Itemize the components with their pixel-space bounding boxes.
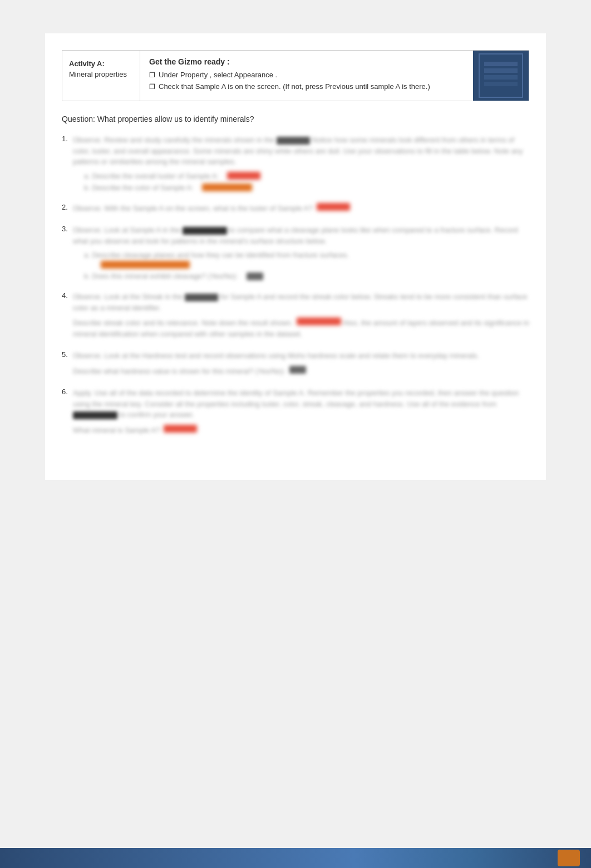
q5-num: 5. bbox=[62, 350, 68, 359]
gizmo-thumbnail-svg bbox=[481, 56, 520, 95]
q6-text: Apply. Use all of the data recorded to d… bbox=[73, 388, 529, 420]
q5-text: Observe. Look at the Hardness test and r… bbox=[73, 350, 529, 361]
activity-content: Get the Gizmo ready : Under Property , s… bbox=[140, 51, 473, 101]
q1-num: 1. bbox=[62, 135, 68, 143]
q6-extra: What mineral is Sample A? bbox=[73, 425, 529, 436]
q3-sub-a-answer bbox=[84, 260, 529, 269]
q4-extra: Describe streak color and its relevance.… bbox=[73, 318, 529, 339]
question-3: 3. Observe. Look at Sample A in the to c… bbox=[62, 225, 529, 280]
svg-rect-1 bbox=[484, 62, 518, 66]
q3-text: Observe. Look at Sample A in the to comp… bbox=[73, 225, 529, 246]
q4-extra-line: Describe streak color and its relevance.… bbox=[73, 318, 529, 339]
question-1: 1. Observe. Review and study carefully t… bbox=[62, 135, 529, 192]
question-2: 2. Observe. With the Sample A on the scr… bbox=[62, 203, 529, 214]
activity-title: Activity A: bbox=[69, 59, 133, 68]
q4-text: Observe. Look at the Streak in the for S… bbox=[73, 291, 529, 313]
q1-sub-a: a. Describe the overall luster of Sample… bbox=[84, 172, 529, 180]
instruction-item-2: Check that Sample A is on the screen. (I… bbox=[149, 82, 464, 91]
q3-sub-b: b. Does this mineral exhibit cleavage? (… bbox=[84, 272, 529, 280]
svg-rect-2 bbox=[484, 68, 518, 73]
activity-label: Activity A: Mineral properties bbox=[62, 51, 140, 101]
gizmo-title: Get the Gizmo ready : bbox=[149, 57, 464, 66]
q6-extra-line: What mineral is Sample A? bbox=[73, 425, 529, 436]
question-6: 6. Apply. Use all of the data recorded t… bbox=[62, 388, 529, 435]
question-4: 4. Observe. Look at the Streak in the fo… bbox=[62, 291, 529, 339]
activity-subtitle: Mineral properties bbox=[69, 70, 133, 78]
q3-sub-items: a. Describe cleavage planes and how they… bbox=[73, 251, 529, 280]
main-question: Question: What properties allow us to id… bbox=[62, 115, 529, 123]
svg-rect-3 bbox=[484, 75, 518, 80]
page-container: Activity A: Mineral properties Get the G… bbox=[45, 33, 546, 480]
q3-num: 3. bbox=[62, 225, 68, 233]
q2-text: Observe. With the Sample A on the screen… bbox=[73, 203, 529, 214]
question-5: 5. Observe. Look at the Hardness test an… bbox=[62, 350, 529, 376]
q1-sub-items: a. Describe the overall luster of Sample… bbox=[73, 172, 529, 192]
q6-num: 6. bbox=[62, 388, 68, 396]
q4-num: 4. bbox=[62, 291, 68, 300]
q5-extra-line: Describe what hardness value is shown fo… bbox=[73, 366, 529, 377]
activity-image bbox=[473, 51, 529, 101]
q3-sub-a: a. Describe cleavage planes and how they… bbox=[84, 251, 529, 259]
q2-num: 2. bbox=[62, 203, 68, 211]
q1-text: Observe. Review and study carefully the … bbox=[73, 135, 529, 167]
q1-sub-b: b. Describe the color of Sample A: bbox=[84, 183, 529, 192]
svg-rect-4 bbox=[484, 82, 518, 86]
bottom-bar bbox=[0, 848, 591, 868]
instruction-list: Under Property , select Appearance . Che… bbox=[149, 71, 464, 91]
instruction-item-1: Under Property , select Appearance . bbox=[149, 71, 464, 79]
activity-box: Activity A: Mineral properties Get the G… bbox=[62, 50, 529, 101]
q5-extra: Describe what hardness value is shown fo… bbox=[73, 366, 529, 377]
gizmo-screenshot bbox=[479, 53, 523, 98]
corner-button[interactable] bbox=[558, 850, 580, 866]
